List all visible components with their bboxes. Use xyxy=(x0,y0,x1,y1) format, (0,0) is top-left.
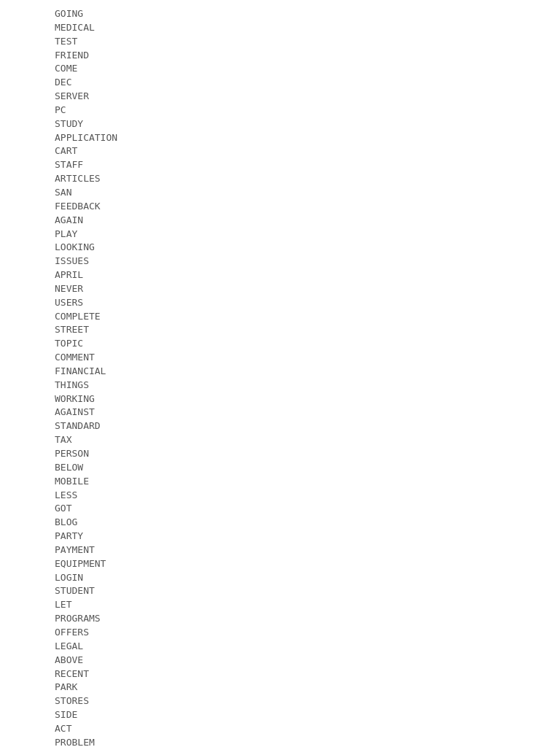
list-item: GOT xyxy=(55,502,505,516)
list-item: PROGRAMS xyxy=(55,612,505,626)
list-item: WORKING xyxy=(55,392,505,406)
list-item: APPLICATION xyxy=(55,131,505,145)
list-item: STUDENT xyxy=(55,584,505,598)
list-item: TOPIC xyxy=(55,337,505,351)
list-item: LESS xyxy=(55,489,505,503)
list-item: SIDE xyxy=(55,708,505,722)
list-item: STORES xyxy=(55,694,505,708)
list-item: COME xyxy=(55,62,505,76)
list-item: AGAINST xyxy=(55,406,505,419)
list-item: THINGS xyxy=(55,379,505,392)
list-item: SAN xyxy=(55,186,505,200)
list-item: PARTY xyxy=(55,530,505,543)
list-item: PC xyxy=(55,104,505,117)
list-item: ACT xyxy=(55,722,505,736)
list-item: STANDARD xyxy=(55,419,505,433)
list-item: RECENT xyxy=(55,667,505,681)
list-item: STAFF xyxy=(55,158,505,172)
list-item: PARK xyxy=(55,681,505,694)
list-item: FEEDBACK xyxy=(55,200,505,214)
list-item: NEVER xyxy=(55,282,505,296)
list-item: APRIL xyxy=(55,268,505,282)
list-item: USERS xyxy=(55,296,505,310)
list-item: PLAY xyxy=(55,228,505,241)
list-item: COMPLETE xyxy=(55,310,505,324)
list-item: FINANCIAL xyxy=(55,365,505,379)
list-item: PROBLEM xyxy=(55,736,505,747)
list-item: ISSUES xyxy=(55,255,505,268)
list-item: COMMENT xyxy=(55,351,505,365)
list-item: EQUIPMENT xyxy=(55,557,505,571)
list-item: LET xyxy=(55,598,505,612)
list-item: LEGAL xyxy=(55,640,505,654)
list-item: BLOG xyxy=(55,516,505,530)
list-item: OFFERS xyxy=(55,626,505,640)
list-item: STUDY xyxy=(55,117,505,131)
list-item: MOBILE xyxy=(55,475,505,489)
list-item: ABOVE xyxy=(55,654,505,667)
list-item: FRIEND xyxy=(55,49,505,63)
list-item: TEST xyxy=(55,35,505,49)
list-item: BELOW xyxy=(55,461,505,475)
list-item: LOGIN xyxy=(55,571,505,585)
list-item: LOOKING xyxy=(55,241,505,255)
list-item: DEC xyxy=(55,76,505,90)
list-item: MEDICAL xyxy=(55,21,505,35)
list-item: TAX xyxy=(55,433,505,447)
list-item: ARTICLES xyxy=(55,172,505,186)
list-item: PAYMENT xyxy=(55,543,505,557)
word-list: GOINGMEDICALTESTFRIENDCOMEDECSERVERPCSTU… xyxy=(55,7,505,747)
list-item: CART xyxy=(55,144,505,158)
list-item: STREET xyxy=(55,323,505,337)
list-item: PERSON xyxy=(55,447,505,461)
list-item: AGAIN xyxy=(55,214,505,228)
list-item: GOING xyxy=(55,7,505,21)
list-item: SERVER xyxy=(55,90,505,104)
